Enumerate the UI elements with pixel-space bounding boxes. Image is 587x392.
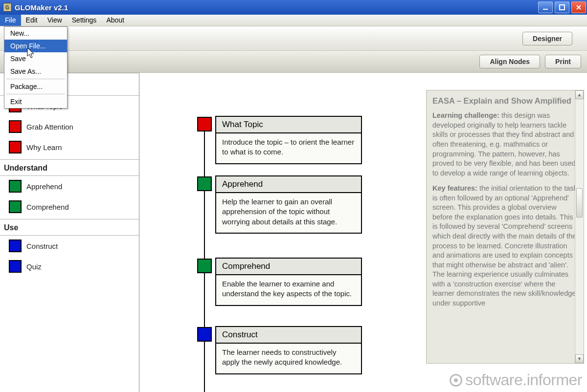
node-construct[interactable]: Construct The learner needs to construct… bbox=[215, 326, 362, 374]
content-area: What Topic Grab Attention Why Learn Unde… bbox=[0, 73, 587, 392]
info-scrollbar[interactable]: ▲ ▼ bbox=[575, 90, 584, 363]
app-icon: G bbox=[3, 3, 12, 12]
svg-rect-0 bbox=[543, 9, 548, 10]
maximize-button[interactable] bbox=[555, 1, 569, 13]
menu-item-package[interactable]: Package... bbox=[4, 80, 67, 93]
watermark: software.informer bbox=[450, 371, 582, 389]
info-panel: EASA – Explain and Show Amplified Learni… bbox=[426, 90, 584, 364]
info-key-features: Key features: the initial orientation to… bbox=[432, 184, 578, 308]
palette-section-use: Use bbox=[0, 219, 139, 236]
palette-label: Why Learn bbox=[26, 143, 62, 152]
print-button[interactable]: Print bbox=[545, 55, 581, 68]
node-title: Construct bbox=[216, 327, 361, 344]
scroll-up-icon[interactable]: ▲ bbox=[575, 90, 584, 99]
flow-canvas[interactable]: What Topic Introduce the topic – to orie… bbox=[139, 73, 423, 392]
node-apprehend[interactable]: Apprehend Help the learner to gain an ov… bbox=[215, 175, 362, 234]
close-button[interactable] bbox=[571, 1, 586, 13]
node-handle[interactable] bbox=[197, 259, 212, 273]
palette-construct[interactable]: Construct bbox=[0, 236, 139, 256]
palette-apprehend[interactable]: Apprehend bbox=[0, 176, 139, 196]
node-what-topic[interactable]: What Topic Introduce the topic – to orie… bbox=[215, 116, 362, 164]
menu-item-exit[interactable]: Exit bbox=[4, 95, 67, 108]
node-body: Enable the learner to examine and unders… bbox=[216, 275, 361, 305]
palette-section-understand: Understand bbox=[0, 159, 139, 176]
window-title: GLOMaker v2.1 bbox=[15, 3, 537, 12]
menu-item-open-file[interactable]: Open File... bbox=[4, 40, 67, 52]
node-handle[interactable] bbox=[197, 327, 212, 342]
node-body: Introduce the topic – to orient the lear… bbox=[216, 133, 361, 163]
svg-rect-1 bbox=[560, 5, 564, 10]
menu-item-new[interactable]: New... bbox=[4, 27, 67, 40]
palette-label: Comprehend bbox=[26, 203, 69, 211]
swatch-icon bbox=[9, 120, 22, 133]
palette-why-learn[interactable]: Why Learn bbox=[0, 137, 139, 157]
designer-button[interactable]: Designer bbox=[522, 32, 572, 45]
swatch-icon bbox=[9, 200, 22, 213]
palette-label: Quiz bbox=[26, 262, 42, 271]
palette-grab-attention[interactable]: Grab Attention bbox=[0, 116, 139, 137]
file-menu-dropdown: New... Open File... Save Save As... Pack… bbox=[4, 26, 68, 109]
node-title: Apprehend bbox=[216, 176, 361, 193]
palette-label: Construct bbox=[26, 242, 58, 250]
menu-separator bbox=[6, 94, 65, 94]
info-title: EASA – Explain and Show Amplified bbox=[432, 95, 578, 106]
scroll-thumb[interactable] bbox=[576, 188, 583, 218]
align-nodes-button[interactable]: Align Nodes bbox=[479, 55, 540, 68]
watermark-icon bbox=[450, 374, 462, 387]
node-title: Comprehend bbox=[216, 259, 361, 275]
menu-file[interactable]: File bbox=[0, 15, 21, 26]
menu-separator bbox=[6, 79, 65, 79]
swatch-icon bbox=[9, 260, 22, 273]
info-learning-challenge: Learning challenge: this design was deve… bbox=[432, 111, 578, 178]
info-panel-wrap: EASA – Explain and Show Amplified Learni… bbox=[423, 73, 587, 392]
node-palette: What Topic Grab Attention Why Learn Unde… bbox=[0, 73, 139, 392]
menu-view[interactable]: View bbox=[43, 15, 67, 26]
node-body: Help the learner to gain an overall appr… bbox=[216, 193, 361, 233]
swatch-icon bbox=[9, 141, 22, 153]
menu-edit[interactable]: Edit bbox=[21, 15, 43, 26]
palette-label: Apprehend bbox=[26, 182, 62, 191]
toolbar-primary: Designer bbox=[0, 26, 587, 51]
node-comprehend[interactable]: Comprehend Enable the learner to examine… bbox=[215, 258, 362, 306]
watermark-text: software.informer bbox=[465, 371, 582, 389]
node-body: The learner needs to constructively appl… bbox=[216, 344, 361, 373]
swatch-icon bbox=[9, 180, 22, 193]
menu-item-save-as[interactable]: Save As... bbox=[4, 65, 67, 78]
node-title: What Topic bbox=[216, 117, 361, 133]
title-bar: G GLOMaker v2.1 bbox=[0, 0, 587, 15]
minimize-button[interactable] bbox=[538, 1, 553, 13]
scroll-down-icon[interactable]: ▼ bbox=[575, 354, 584, 363]
toolbar-secondary: Align Nodes Print bbox=[0, 51, 587, 73]
menu-item-save[interactable]: Save bbox=[4, 52, 67, 65]
palette-quiz[interactable]: Quiz bbox=[0, 256, 139, 277]
menu-about[interactable]: About bbox=[101, 15, 129, 26]
menu-bar: File Edit View Settings About bbox=[0, 15, 587, 26]
palette-comprehend[interactable]: Comprehend bbox=[0, 196, 139, 217]
node-handle[interactable] bbox=[197, 117, 212, 131]
node-handle[interactable] bbox=[197, 176, 212, 191]
swatch-icon bbox=[9, 240, 22, 252]
menu-settings[interactable]: Settings bbox=[67, 15, 102, 26]
palette-label: Grab Attention bbox=[26, 123, 73, 131]
